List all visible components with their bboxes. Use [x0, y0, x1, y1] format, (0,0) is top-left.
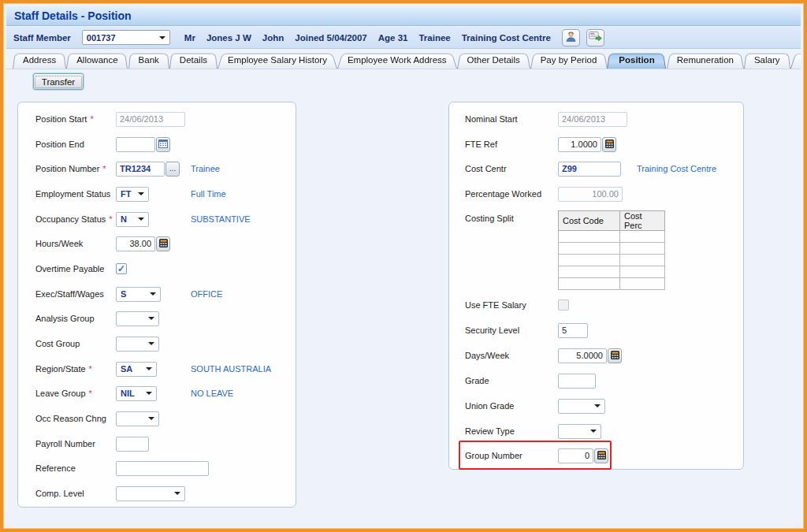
cost-group-label: Cost Group	[35, 339, 114, 348]
occ-reason-chng-label: Occ Reason Chng	[35, 414, 114, 423]
tab-employee-work-address[interactable]: Employee Work Address	[337, 52, 457, 69]
ellipsis-icon: ...	[169, 165, 176, 173]
tab-position[interactable]: Position	[607, 52, 666, 69]
export-employee-button[interactable]	[586, 29, 604, 47]
fte-ref-input[interactable]	[558, 137, 601, 152]
staff-member-combobox[interactable]: 001737	[82, 30, 170, 45]
security-level-input[interactable]	[558, 323, 588, 338]
group-number-input[interactable]	[558, 448, 593, 463]
use-fte-salary-label: Use FTE Salary	[465, 300, 553, 310]
comp-level-label: Comp. Level	[35, 489, 114, 498]
transfer-button[interactable]: Transfer	[33, 73, 84, 90]
tab-other-details[interactable]: Other Details	[457, 52, 530, 69]
table-row	[559, 278, 665, 290]
required-asterisk: *	[89, 389, 92, 398]
days-week-input[interactable]	[558, 348, 607, 363]
chevron-down-icon	[148, 317, 154, 320]
occupancy-status-select[interactable]: N	[116, 212, 149, 227]
occ-reason-chng-select[interactable]	[116, 411, 159, 426]
group-number-calculator-button[interactable]	[594, 448, 608, 463]
table-row	[559, 243, 665, 255]
percentage-worked-label: Percentage Worked	[465, 189, 553, 199]
review-type-select[interactable]	[558, 424, 601, 439]
analysis-group-label: Analysis Group	[35, 314, 114, 323]
tab-allowance[interactable]: Allowance	[66, 52, 128, 69]
position-start-label: Position Start*	[35, 114, 114, 124]
employment-status-select[interactable]: FT	[116, 187, 149, 202]
required-asterisk: *	[89, 364, 92, 374]
position-number-desc: Trainee	[191, 164, 220, 173]
days-week-calculator-button[interactable]	[608, 348, 622, 363]
region-state-desc: SOUTH AUSTRALIA	[191, 364, 271, 374]
cost-centr-desc: Training Cost Centre	[637, 164, 716, 173]
row-cost-group: Cost Group	[18, 335, 296, 352]
employment-status-desc: Full Time	[191, 189, 226, 199]
reference-label: Reference	[35, 463, 114, 473]
tab-salary[interactable]: Salary	[744, 52, 790, 69]
chevron-down-icon	[146, 367, 152, 370]
hours-week-input[interactable]	[116, 236, 155, 251]
chevron-down-icon	[148, 417, 154, 420]
row-union-grade: Union Grade	[449, 397, 743, 415]
staff-age: Age 31	[378, 33, 408, 43]
region-state-label: Region/State*	[35, 364, 114, 374]
costing-split-table[interactable]: Cost Code Cost Perc	[558, 210, 665, 290]
row-payroll-number: Payroll Number	[18, 435, 296, 452]
grade-input[interactable]	[558, 374, 596, 389]
title-bar: Staff Details - Position	[6, 6, 801, 26]
tab-address[interactable]: Address	[13, 52, 66, 69]
required-asterisk: *	[109, 214, 112, 224]
position-number-lookup-button[interactable]: ...	[165, 162, 180, 177]
review-type-label: Review Type	[465, 426, 553, 436]
row-security-level: Security Level	[449, 322, 743, 339]
staff-position: Trainee	[418, 33, 450, 43]
row-group-number: Group Number	[449, 447, 743, 464]
comp-level-select[interactable]	[116, 486, 185, 501]
overtime-payable-checkbox[interactable]: ✓	[116, 263, 127, 274]
row-hours-week: Hours/Week	[18, 235, 296, 252]
employment-status-label: Employment Status	[35, 189, 114, 199]
row-review-type: Review Type	[449, 422, 743, 440]
row-overtime-payable: Overtime Payable ✓	[18, 260, 296, 277]
row-analysis-group: Analysis Group	[18, 310, 296, 327]
tab-bank[interactable]: Bank	[128, 52, 169, 69]
required-asterisk: *	[90, 114, 93, 124]
analysis-group-select[interactable]	[116, 311, 159, 326]
cost-group-select[interactable]	[116, 337, 159, 352]
payroll-number-input[interactable]	[116, 437, 149, 452]
region-state-select[interactable]: SA	[116, 362, 157, 377]
nominal-start-input	[558, 112, 627, 127]
chevron-down-icon	[146, 392, 152, 395]
row-percentage-worked: Percentage Worked	[449, 185, 743, 203]
chevron-down-icon	[159, 36, 165, 39]
chevron-down-icon	[174, 492, 180, 495]
reference-input[interactable]	[116, 461, 209, 476]
union-grade-select[interactable]	[558, 399, 605, 414]
fte-ref-calculator-button[interactable]	[602, 137, 616, 152]
row-use-fte-salary: Use FTE Salary	[449, 296, 743, 314]
app-window: Staff Details - Position Staff Member 00…	[0, 0, 807, 532]
cost-centr-input[interactable]	[558, 162, 621, 177]
tab-remuneration[interactable]: Remuneration	[667, 52, 744, 69]
employee-photo-button[interactable]	[562, 29, 580, 47]
tab-pay-by-period[interactable]: Pay by Period	[530, 52, 608, 69]
position-number-input[interactable]	[116, 162, 165, 177]
person-icon	[565, 31, 577, 45]
occupancy-status-desc: SUBSTANTIVE	[191, 214, 251, 224]
staff-title: Mr	[184, 33, 195, 43]
leave-group-select[interactable]: NIL	[116, 386, 157, 401]
position-start-input	[116, 112, 185, 127]
tab-employee-salary-history[interactable]: Employee Salary History	[218, 52, 337, 69]
tab-salary-packaging-details[interactable]: Salary Packaging Details	[790, 52, 801, 69]
tab-details[interactable]: Details	[169, 52, 218, 69]
required-asterisk: *	[102, 164, 106, 173]
table-row	[559, 231, 665, 243]
use-fte-salary-checkbox	[558, 299, 569, 311]
position-end-calendar-button[interactable]	[156, 137, 170, 152]
position-end-input[interactable]	[116, 137, 155, 152]
row-days-week: Days/Week	[449, 347, 743, 364]
row-nominal-start: Nominal Start	[449, 110, 743, 128]
exec-staff-wages-select[interactable]: S	[116, 287, 161, 302]
row-employment-status: Employment Status FT Full Time	[18, 185, 296, 203]
hours-week-calculator-button[interactable]	[156, 236, 170, 251]
